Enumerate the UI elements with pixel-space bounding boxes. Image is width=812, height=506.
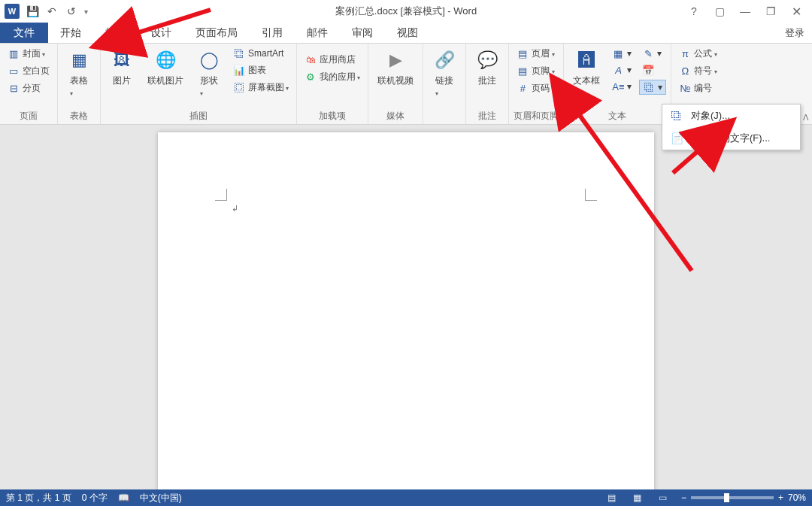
number-button[interactable]: №编号: [676, 81, 720, 95]
group-label-links: [428, 109, 461, 123]
object-button[interactable]: ⿻▾: [639, 80, 666, 95]
comment-button[interactable]: 💬批注: [471, 47, 504, 89]
date-time-icon: 📅: [642, 64, 654, 76]
margin-corner-tl: [215, 189, 227, 201]
group-addins: 🛍应用商店 ⚙我的应用 加载项: [297, 44, 368, 124]
blank-page-button[interactable]: ▭空白页: [5, 64, 53, 78]
group-comments: 💬批注 批注: [466, 44, 509, 124]
save-icon[interactable]: 💾: [26, 5, 39, 18]
cover-page-button[interactable]: ▥封面: [5, 47, 53, 61]
group-pages: ▥封面 ▭空白页 ⊟分页 页面: [0, 44, 58, 124]
header-button[interactable]: ▤页眉: [514, 47, 557, 61]
smartart-icon: ⿻: [233, 47, 245, 59]
link-button[interactable]: 🔗链接▾: [428, 47, 461, 99]
number-icon: №: [679, 83, 691, 95]
zoom-track[interactable]: [691, 496, 774, 499]
store-icon: 🛍: [304, 54, 317, 66]
status-language[interactable]: 中文(中国): [140, 492, 182, 504]
quick-parts-button[interactable]: ▦▾: [609, 47, 635, 60]
screenshot-icon: ⿴: [233, 82, 245, 94]
close-button[interactable]: ✕: [788, 5, 804, 19]
smartart-button[interactable]: ⿻SmartArt: [230, 47, 292, 60]
svg-line-0: [132, 10, 211, 35]
status-bar: 第 1 页，共 1 页 0 个字 📖 中文(中国) ▤ ▦ ▭ − + 70%: [0, 489, 812, 506]
zoom-level[interactable]: 70%: [788, 492, 806, 503]
tab-view[interactable]: 视图: [385, 23, 430, 43]
drop-cap-button[interactable]: A≡▾: [609, 80, 635, 93]
zoom-slider[interactable]: − + 70%: [681, 492, 806, 503]
quick-parts-icon: ▦: [612, 47, 624, 59]
annotation-arrow-1: [113, 6, 218, 47]
group-links: 🔗链接▾: [423, 44, 466, 124]
blank-page-icon: ▭: [8, 65, 20, 77]
textbox-button[interactable]: 🅰文本框▾: [568, 47, 604, 99]
quick-access-toolbar: W 💾 ↶ ↺ ▾: [0, 4, 88, 19]
footer-button[interactable]: ▤页脚: [514, 64, 557, 78]
svg-line-2: [673, 147, 703, 173]
ribbon-display-options[interactable]: ▢: [711, 5, 728, 17]
group-label-illustrations: 插图: [105, 109, 292, 123]
date-time-button[interactable]: 📅: [639, 63, 666, 77]
group-media: ▶联机视频 媒体: [368, 44, 423, 124]
shapes-button[interactable]: ◯形状▾: [192, 47, 226, 99]
pictures-button[interactable]: 🖼图片: [105, 47, 138, 89]
online-video-button[interactable]: ▶联机视频: [373, 47, 418, 89]
group-illustrations: 🖼图片 🌐联机图片 ◯形状▾ ⿻SmartArt 📊图表 ⿴屏幕截图 插图: [101, 44, 297, 124]
group-label-addins: 加载项: [301, 109, 363, 123]
group-label-headerfooter: 页眉和页脚: [514, 109, 559, 123]
chart-icon: 📊: [233, 65, 245, 77]
table-button[interactable]: ▦ 表格▾: [62, 47, 95, 99]
help-button[interactable]: ?: [686, 5, 702, 17]
table-icon: ▦: [67, 48, 91, 72]
symbol-icon: Ω: [679, 65, 691, 77]
wordart-icon: A: [612, 64, 624, 76]
zoom-in-icon[interactable]: +: [778, 492, 783, 503]
object-icon: ⿻: [643, 81, 655, 93]
zoom-thumb[interactable]: [724, 493, 729, 502]
view-print-icon[interactable]: ▦: [630, 492, 645, 503]
page-break-button[interactable]: ⊟分页: [5, 81, 53, 95]
qat-dropdown-icon[interactable]: ▾: [84, 8, 88, 16]
page-number-button[interactable]: #页码: [514, 81, 557, 95]
minimize-button[interactable]: —: [737, 5, 753, 17]
store-button[interactable]: 🛍应用商店: [301, 53, 363, 67]
my-apps-icon: ⚙: [304, 71, 317, 83]
group-label-tables: 表格: [62, 109, 95, 123]
video-icon: ▶: [383, 48, 408, 72]
window-controls: ? ▢ — ❐ ✕: [686, 5, 812, 19]
redo-icon[interactable]: ↺: [65, 5, 78, 18]
page-number-icon: #: [517, 83, 529, 95]
equation-button[interactable]: π公式: [676, 47, 720, 61]
screenshot-button[interactable]: ⿴屏幕截图: [230, 80, 292, 95]
comment-icon: 💬: [475, 48, 499, 72]
tab-review[interactable]: 审阅: [340, 23, 385, 43]
tab-file[interactable]: 文件: [0, 23, 48, 43]
group-tables: ▦ 表格▾ 表格: [58, 44, 101, 124]
restore-button[interactable]: ❐: [762, 5, 779, 17]
status-proofing-icon[interactable]: 📖: [118, 492, 129, 503]
tab-mailings[interactable]: 邮件: [295, 23, 340, 43]
paragraph-mark: ↲: [232, 204, 238, 214]
chart-button[interactable]: 📊图表: [230, 63, 292, 77]
drop-cap-icon: A≡: [612, 80, 624, 92]
zoom-out-icon[interactable]: −: [681, 492, 686, 503]
status-page[interactable]: 第 1 页，共 1 页: [6, 492, 71, 504]
view-read-icon[interactable]: ▤: [604, 492, 620, 503]
header-icon: ▤: [517, 48, 529, 60]
cover-page-icon: ▥: [8, 48, 20, 60]
status-word-count[interactable]: 0 个字: [82, 492, 108, 504]
symbol-button[interactable]: Ω符号: [676, 64, 720, 78]
view-web-icon[interactable]: ▭: [656, 492, 671, 503]
undo-icon[interactable]: ↶: [45, 5, 59, 18]
wordart-button[interactable]: A▾: [609, 63, 635, 77]
tab-home[interactable]: 开始: [48, 23, 93, 43]
footer-icon: ▤: [517, 65, 529, 77]
my-apps-button[interactable]: ⚙我的应用: [301, 70, 363, 84]
group-label-pages: 页面: [5, 109, 53, 123]
tab-references[interactable]: 引用: [250, 23, 295, 43]
signature-button[interactable]: ✎▾: [639, 47, 666, 60]
collapse-ribbon-icon[interactable]: ᐱ: [803, 113, 809, 123]
pictures-icon: 🖼: [110, 48, 134, 72]
login-link[interactable]: 登录: [777, 23, 812, 43]
online-pictures-button[interactable]: 🌐联机图片: [143, 47, 188, 89]
